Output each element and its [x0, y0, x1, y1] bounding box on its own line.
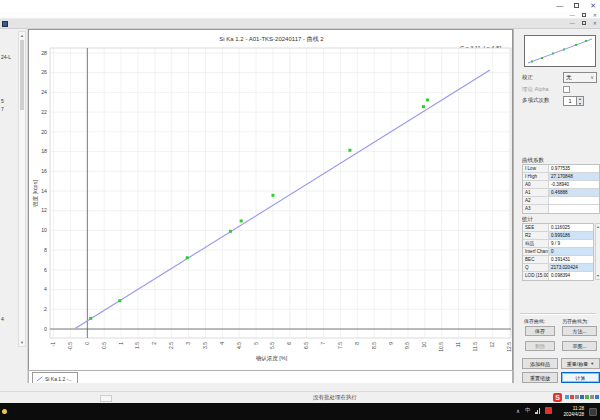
- svg-text:8: 8: [44, 247, 47, 253]
- calculate-button[interactable]: 计算: [561, 372, 600, 383]
- table-row[interactable]: SEE0.116025: [523, 224, 593, 232]
- row-label: Q: [523, 264, 549, 271]
- ime-icon[interactable]: S: [553, 393, 562, 402]
- method-button[interactable]: 方法...: [562, 326, 597, 336]
- table-row[interactable]: A10.46888: [523, 189, 599, 197]
- sidebar-item[interactable]: 5: [1, 98, 4, 104]
- svg-text:12.5: 12.5: [506, 342, 512, 352]
- table-row[interactable]: 样品9 / 9: [523, 240, 593, 248]
- row-label: R2: [523, 232, 549, 239]
- tray-icon[interactable]: [590, 395, 594, 399]
- svg-text:5.5: 5.5: [269, 342, 275, 349]
- delete-button[interactable]: 删除: [525, 341, 555, 351]
- status-message: 没有批处理在执行: [120, 394, 550, 401]
- svg-text:2: 2: [44, 306, 47, 312]
- row-value: [549, 205, 599, 213]
- touch-keyboard-icon[interactable]: [589, 408, 597, 416]
- input-language-icon[interactable]: 中: [525, 407, 531, 414]
- tray-icon[interactable]: [595, 395, 599, 399]
- minimize-icon[interactable]: —: [556, 2, 563, 10]
- tray-icon[interactable]: [575, 395, 579, 399]
- save-button[interactable]: 保存: [525, 326, 555, 336]
- statistics-table[interactable]: SEE0.116025R20.999186样品9 / 9Interf Chan0…: [522, 223, 594, 281]
- add-sample-button[interactable]: 添加样品: [522, 358, 558, 369]
- statistics-group-title: 统计: [522, 216, 533, 223]
- theoretical-alpha-checkbox[interactable]: [563, 86, 570, 93]
- mdi-close-icon[interactable]: ✕: [593, 13, 597, 18]
- table-row[interactable]: A0-0.38940: [523, 181, 599, 189]
- table-row[interactable]: A3: [523, 205, 599, 213]
- table-row[interactable]: BEC0.391431: [523, 256, 593, 264]
- row-value: 0.46888: [549, 189, 599, 196]
- chevron-down-icon: ∨: [590, 74, 594, 80]
- calibration-chart-document: Si Ka 1.2 - A01-TKS-20240117 - 曲线 2 C = …: [28, 29, 513, 370]
- save-curve-label: 保存曲线:: [524, 318, 545, 324]
- status-tray-icons[interactable]: [565, 395, 599, 399]
- chevron-down-icon: ▼: [590, 361, 594, 366]
- scroll-up-icon[interactable]: ▲: [19, 33, 25, 38]
- child-restore-icon[interactable]: [582, 21, 586, 25]
- svg-text:3: 3: [185, 342, 191, 345]
- maximize-icon[interactable]: [574, 3, 579, 8]
- table-row[interactable]: LOD (15.00 s)0.098394: [523, 272, 593, 280]
- svg-text:8: 8: [354, 342, 360, 345]
- svg-text:7.5: 7.5: [337, 342, 343, 349]
- taskbar-clock[interactable]: 11:28 2024/4/28: [564, 406, 584, 417]
- left-sidebar: 24-L 5 7 4 ▲ ▼: [0, 29, 28, 383]
- table-row[interactable]: I High27.170848: [523, 173, 599, 181]
- close-icon[interactable]: ✕: [590, 2, 596, 10]
- row-label: A1: [523, 189, 549, 196]
- child-window-icon: [2, 21, 8, 27]
- scroll-up-icon[interactable]: ▲: [596, 225, 600, 229]
- status-zone: 没有批处理在执行 S: [0, 383, 600, 403]
- scrollbar-thumb[interactable]: [20, 40, 24, 110]
- tray-icon[interactable]: [585, 395, 589, 399]
- statistics-scrollbar[interactable]: ▲ ▼: [595, 223, 600, 280]
- scroll-down-icon[interactable]: ▼: [596, 274, 600, 278]
- child-minimize-icon[interactable]: —: [570, 21, 575, 26]
- mdi-minimize-icon[interactable]: —: [570, 13, 575, 18]
- mdi-restore-icon[interactable]: [582, 13, 586, 17]
- table-row[interactable]: R20.999186: [523, 232, 593, 240]
- table-row[interactable]: Q2173.020424: [523, 264, 593, 272]
- table-row[interactable]: A2: [523, 197, 599, 205]
- svg-text:11.5: 11.5: [472, 342, 478, 352]
- scroll-down-icon[interactable]: ▼: [19, 340, 25, 345]
- svg-text:6.5: 6.5: [303, 342, 309, 349]
- row-value: 0: [549, 248, 593, 255]
- tray-icon[interactable]: [580, 395, 584, 399]
- coefficients-table[interactable]: I Low0.977535I High27.170848A0-0.38940A1…: [522, 164, 600, 214]
- ime-tray-icon[interactable]: [545, 407, 552, 414]
- table-row[interactable]: I Low0.977535: [523, 165, 599, 173]
- row-value: 0.391431: [549, 256, 593, 263]
- tray-icon[interactable]: [570, 395, 574, 399]
- polynomial-degree-input[interactable]: 1: [563, 96, 577, 106]
- status-bar: 没有批处理在执行 S: [0, 391, 600, 403]
- correction-dropdown[interactable]: 无 ∨: [563, 72, 597, 83]
- tray-icon[interactable]: [565, 395, 569, 399]
- svg-text:-1: -1: [50, 342, 56, 347]
- calibration-plot[interactable]: -1-0.500.511.522.533.544.555.566.577.588…: [29, 30, 514, 371]
- svg-text:9.5: 9.5: [404, 342, 410, 349]
- svg-text:9: 9: [388, 342, 394, 345]
- sidebar-item[interactable]: 7: [1, 106, 4, 112]
- svg-text:12: 12: [489, 342, 495, 348]
- child-close-icon[interactable]: ✕: [593, 21, 597, 26]
- weight-dropdown-button[interactable]: 重量/称量 ▼: [561, 358, 600, 369]
- sidebar-item[interactable]: 4: [1, 316, 4, 322]
- taskbar-app-icon[interactable]: [2, 409, 7, 414]
- sidebar-item[interactable]: 24-L: [1, 54, 11, 60]
- tab-si-ka[interactable]: Si Ka 1.2 -...: [32, 372, 78, 383]
- svg-text:14: 14: [41, 188, 47, 194]
- curve-preview[interactable]: [524, 35, 596, 67]
- spinner-arrows[interactable]: ▲▼: [577, 96, 584, 106]
- sketch-button[interactable]: 草图...: [562, 341, 597, 351]
- tray-chevron-icon[interactable]: ∧: [516, 408, 520, 414]
- svg-text:3.5: 3.5: [202, 342, 208, 349]
- table-row[interactable]: Interf Chan0: [523, 248, 593, 256]
- sidebar-scrollbar[interactable]: ▲ ▼: [18, 31, 26, 347]
- reset-zoom-button[interactable]: 重置缩放: [522, 372, 558, 383]
- svg-text:18: 18: [41, 148, 47, 154]
- network-icon[interactable]: [535, 408, 540, 414]
- windows-taskbar[interactable]: ∧ 中 11:28 2024/4/28: [0, 403, 600, 420]
